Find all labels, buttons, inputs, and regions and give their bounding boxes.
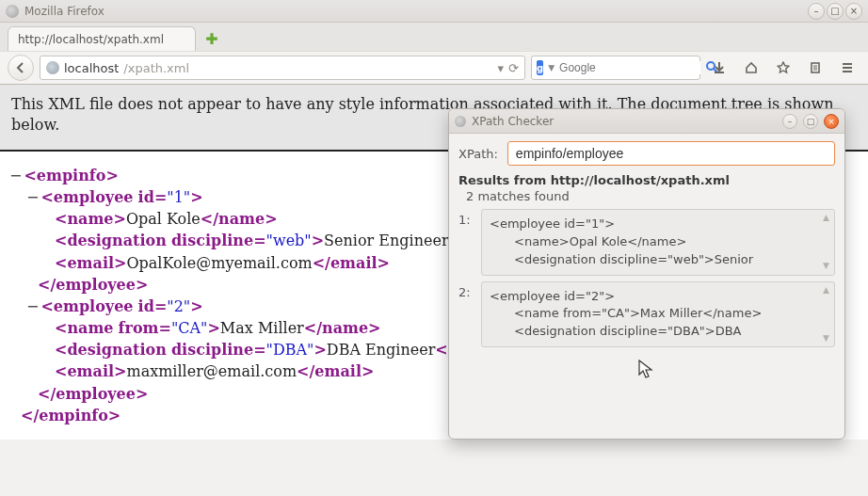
dialog-app-icon [455, 116, 466, 127]
window-titlebar: Mozilla Firefox – □ × [0, 0, 868, 23]
firefox-icon [6, 5, 19, 18]
library-button[interactable] [802, 55, 828, 81]
window-minimize-button[interactable]: – [808, 3, 825, 20]
url-bar[interactable]: localhost/xpath.xml ▾ ⟳ [40, 56, 525, 80]
xpath-label: XPath: [458, 147, 498, 161]
matches-count: 2 matches found [449, 187, 844, 209]
downloads-button[interactable] [706, 55, 732, 81]
menu-button[interactable] [834, 55, 860, 81]
search-bar[interactable]: g ▼ [531, 56, 700, 80]
search-input[interactable] [559, 61, 700, 74]
tab-strip: http://localhost/xpath.xml ✚ [0, 23, 868, 51]
home-button[interactable] [738, 55, 764, 81]
hamburger-icon [841, 61, 854, 74]
window-close-button[interactable]: × [845, 3, 862, 20]
dialog-minimize-button[interactable]: – [782, 114, 797, 129]
dropdown-icon[interactable]: ▾ [498, 61, 505, 75]
back-button[interactable] [8, 55, 34, 81]
browser-tab[interactable]: http://localhost/xpath.xml [8, 26, 196, 51]
window-maximize-button[interactable]: □ [827, 3, 844, 20]
results-header: Results from http://localhost/xpath.xml [449, 169, 844, 187]
result-index: 2: [458, 281, 474, 348]
scrollbar[interactable]: ▲▼ [823, 284, 832, 345]
clipboard-icon [809, 61, 822, 74]
window-title: Mozilla Firefox [24, 5, 808, 18]
result-item: 1: <employee id="1"> <name>Opal Kole</na… [458, 209, 835, 276]
dialog-title: XPath Checker [472, 115, 777, 128]
results-list: 1: <employee id="1"> <name>Opal Kole</na… [449, 209, 844, 362]
result-index: 1: [458, 209, 474, 276]
new-tab-button[interactable]: ✚ [201, 28, 222, 49]
bookmark-button[interactable] [770, 55, 796, 81]
dialog-close-button[interactable]: × [824, 114, 839, 129]
dialog-maximize-button[interactable]: □ [803, 114, 818, 129]
navigation-toolbar: localhost/xpath.xml ▾ ⟳ g ▼ [0, 51, 868, 85]
xpath-input[interactable] [507, 141, 835, 166]
home-icon [745, 61, 758, 74]
chevron-down-icon[interactable]: ▼ [548, 63, 555, 72]
scrollbar[interactable]: ▲▼ [823, 212, 832, 273]
url-path: /xpath.xml [123, 61, 189, 75]
download-icon [713, 61, 726, 74]
url-host: localhost [64, 61, 119, 75]
arrow-left-icon [14, 61, 27, 74]
reload-icon[interactable]: ⟳ [508, 61, 519, 75]
star-icon [777, 61, 790, 74]
dialog-titlebar[interactable]: XPath Checker – □ × [449, 109, 844, 134]
result-box[interactable]: <employee id="1"> <name>Opal Kole</name>… [481, 209, 835, 276]
result-box[interactable]: <employee id="2"> <name from="CA">Max Mi… [481, 281, 835, 348]
result-item: 2: <employee id="2"> <name from="CA">Max… [458, 281, 835, 348]
tab-label: http://localhost/xpath.xml [18, 33, 164, 46]
google-engine-icon[interactable]: g [537, 60, 543, 75]
globe-icon [46, 61, 59, 74]
xpath-checker-dialog: XPath Checker – □ × XPath: Results from … [448, 108, 845, 440]
